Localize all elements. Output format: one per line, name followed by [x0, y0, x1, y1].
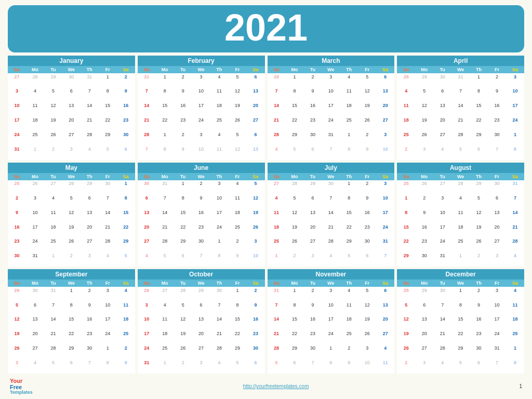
day-cell: 28: [285, 180, 303, 195]
day-cell: 6: [192, 301, 210, 316]
day-cell: 12: [229, 88, 247, 102]
day-header-mo: Mo: [156, 173, 174, 180]
day-cell: 3: [303, 252, 322, 267]
day-cell: 5: [397, 301, 415, 316]
day-cell: 6: [117, 145, 135, 160]
day-cell: 1: [451, 252, 470, 267]
day-cell: 2: [229, 238, 247, 252]
day-cell: 28: [506, 238, 524, 252]
day-headers-row: SuMoTuWeThFrSa: [138, 280, 265, 287]
day-cell: 9: [340, 359, 358, 374]
days-grid: 2728293031123456789101112131415161718192…: [8, 73, 135, 160]
day-cell: 8: [99, 359, 117, 374]
day-cell: 2: [8, 195, 26, 209]
days-grid: 3112345678910111213141516171819202122232…: [138, 73, 265, 160]
day-cell: 18: [117, 316, 135, 330]
day-cell: 26: [138, 287, 156, 301]
day-cell: 20: [81, 223, 99, 238]
day-cell: 27: [26, 344, 44, 359]
day-cell: 12: [247, 195, 265, 209]
day-cell: 25: [26, 131, 44, 145]
day-cell: 30: [26, 287, 44, 301]
day-cell: 5: [358, 73, 376, 88]
day-cell: 6: [81, 195, 99, 209]
day-cell: 22: [156, 116, 174, 131]
day-cell: 31: [8, 145, 26, 160]
day-header-sa: Sa: [376, 280, 394, 287]
day-cell: 7: [488, 359, 506, 374]
day-header-th: Th: [210, 66, 229, 73]
day-header-sa: Sa: [506, 173, 524, 180]
day-cell: 26: [415, 131, 433, 145]
day-cell: 25: [397, 180, 415, 195]
day-cell: 29: [470, 180, 488, 195]
day-cell: 1: [156, 359, 174, 374]
day-cell: 30: [192, 238, 210, 252]
day-cell: 6: [358, 252, 376, 267]
logo-templates: Templates: [10, 390, 33, 395]
day-cell: 24: [8, 131, 26, 145]
day-cell: 11: [451, 209, 470, 223]
day-cell: 22: [99, 116, 117, 131]
day-cell: 10: [210, 195, 229, 209]
day-cell: 3: [433, 195, 451, 209]
day-cell: 26: [415, 180, 433, 195]
day-cell: 5: [358, 287, 376, 301]
month-title-august: August: [397, 163, 524, 173]
day-cell: 10: [322, 301, 340, 316]
day-cell: 4: [99, 252, 117, 267]
day-cell: 1: [397, 195, 415, 209]
day-cell: 6: [303, 145, 322, 160]
day-cell: 13: [192, 316, 210, 330]
day-cell: 25: [117, 330, 135, 345]
day-cell: 13: [488, 209, 506, 223]
day-cell: 5: [340, 252, 358, 267]
day-header-mo: Mo: [156, 280, 174, 287]
day-cell: 6: [247, 131, 265, 145]
day-header-mo: Mo: [26, 66, 44, 73]
day-header-we: We: [451, 66, 470, 73]
day-cell: 1: [26, 145, 44, 160]
days-grid: 2627282930123456789101112131415161718192…: [138, 287, 265, 374]
day-header-fr: Fr: [358, 66, 376, 73]
day-cell: 10: [192, 88, 210, 102]
day-cell: 9: [192, 195, 210, 209]
day-cell: 28: [26, 73, 44, 88]
day-cell: 7: [138, 145, 156, 160]
month-january: JanuarySuMoTuWeThFrSa2728293031123456789…: [8, 56, 135, 160]
day-cell: 30: [433, 287, 451, 301]
day-cell: 23: [488, 116, 506, 131]
day-cell: 30: [322, 180, 340, 195]
day-cell: 6: [247, 359, 265, 374]
month-title-july: July: [268, 163, 395, 173]
day-cell: 3: [192, 73, 210, 88]
day-cell: 17: [376, 209, 394, 223]
day-cell: 27: [156, 287, 174, 301]
day-cell: 6: [303, 195, 322, 209]
day-header-tu: Tu: [433, 66, 451, 73]
day-cell: 3: [192, 131, 210, 145]
day-header-tu: Tu: [174, 280, 192, 287]
day-cell: 11: [44, 209, 62, 223]
day-cell: 6: [470, 359, 488, 374]
day-cell: 24: [99, 330, 117, 345]
day-cell: 23: [415, 238, 433, 252]
day-cell: 2: [117, 344, 135, 359]
footer-link[interactable]: http://yourfreetemplates.com: [243, 383, 309, 389]
day-cell: 21: [506, 223, 524, 238]
day-header-fr: Fr: [488, 173, 506, 180]
day-cell: 12: [285, 209, 303, 223]
day-cell: 24: [26, 238, 44, 252]
day-header-we: We: [62, 173, 81, 180]
day-header-sa: Sa: [247, 66, 265, 73]
day-header-mo: Mo: [285, 66, 303, 73]
day-cell: 29: [303, 180, 322, 195]
month-title-november: November: [268, 269, 395, 280]
day-cell: 18: [340, 316, 358, 330]
day-cell: 4: [138, 252, 156, 267]
day-cell: 28: [138, 131, 156, 145]
day-cell: 26: [358, 116, 376, 131]
day-cell: 9: [415, 209, 433, 223]
day-cell: 8: [397, 209, 415, 223]
day-cell: 26: [62, 238, 81, 252]
